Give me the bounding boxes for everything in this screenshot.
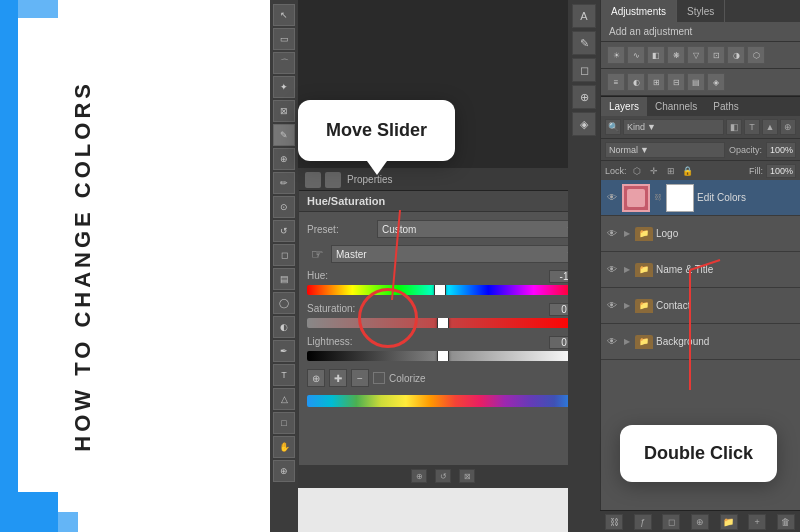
adj-icon-threshold[interactable]: ⊟ — [667, 73, 685, 91]
layer-row-background[interactable]: 👁 ▶ 📁 Background — [601, 324, 800, 360]
tool-move[interactable]: ↖ — [273, 4, 295, 26]
adj-icon-exposure[interactable]: ◧ — [647, 46, 665, 64]
search-icon[interactable]: 🔍 — [605, 119, 621, 135]
tool-clone[interactable]: ⊙ — [273, 196, 295, 218]
channel-select[interactable]: Master ▼ — [331, 245, 579, 263]
layer-row-edit-colors[interactable]: 👁 ⛓ Edit Colors — [601, 180, 800, 216]
layer-more-icon[interactable]: ⊕ — [780, 119, 796, 135]
layers-link-btn[interactable]: ⛓ — [605, 514, 623, 530]
colorize-label: Colorize — [389, 373, 426, 384]
lock-artboard-icon[interactable]: ⊞ — [664, 164, 678, 178]
lightness-label: Lightness: — [307, 336, 353, 349]
tool-eraser[interactable]: ◻ — [273, 244, 295, 266]
tool-select[interactable]: ▭ — [273, 28, 295, 50]
eyedropper-btn2[interactable]: ✚ — [329, 369, 347, 387]
rt-btn4[interactable]: ⊕ — [572, 85, 596, 109]
expand-contact[interactable]: ▶ — [622, 301, 632, 311]
layer-row-name-title[interactable]: 👁 ▶ 📁 Name & Title — [601, 252, 800, 288]
tool-eyedropper[interactable]: ✎ — [273, 124, 295, 146]
left-toolbar: ↖ ▭ ⌒ ✦ ⊠ ✎ ⊕ ✏ ⊙ ↺ ◻ ▤ ◯ ◐ ✒ T △ □ ✋ ⊕ — [270, 0, 298, 532]
tool-brush[interactable]: ✏ — [273, 172, 295, 194]
eye-icon-logo[interactable]: 👁 — [605, 227, 619, 241]
tab-channels[interactable]: Channels — [647, 97, 705, 116]
rt-btn5[interactable]: ◈ — [572, 112, 596, 136]
rt-btn1[interactable]: A — [572, 4, 596, 28]
tool-path[interactable]: △ — [273, 388, 295, 410]
rt-btn2[interactable]: ✎ — [572, 31, 596, 55]
tool-blur[interactable]: ◯ — [273, 292, 295, 314]
blend-mode-select[interactable]: Normal ▼ — [605, 142, 725, 158]
hue-track[interactable] — [307, 285, 579, 295]
tool-shape[interactable]: □ — [273, 412, 295, 434]
tool-wand[interactable]: ✦ — [273, 76, 295, 98]
tool-gradient[interactable]: ▤ — [273, 268, 295, 290]
expand-logo[interactable]: ▶ — [622, 229, 632, 239]
tool-heal[interactable]: ⊕ — [273, 148, 295, 170]
saturation-track[interactable] — [307, 318, 579, 328]
lock-all-icon[interactable]: 🔒 — [681, 164, 695, 178]
layer-row-contact[interactable]: 👁 ▶ 📁 Contact — [601, 288, 800, 324]
adj-icon-invert[interactable]: ◐ — [627, 73, 645, 91]
tab-adjustments[interactable]: Adjustments — [601, 0, 677, 22]
adj-icon-photo[interactable]: ⬡ — [747, 46, 765, 64]
eyedropper-btn1[interactable]: ⊕ — [307, 369, 325, 387]
footer-btn1[interactable]: ⊕ — [411, 469, 427, 483]
lock-pixels-icon[interactable]: ⬡ — [630, 164, 644, 178]
tool-crop[interactable]: ⊠ — [273, 100, 295, 122]
tool-pen[interactable]: ✒ — [273, 340, 295, 362]
layers-new-btn[interactable]: + — [748, 514, 766, 530]
layer-shape-icon[interactable]: ▲ — [762, 119, 778, 135]
layers-adj-btn[interactable]: ⊕ — [691, 514, 709, 530]
kind-select[interactable]: Kind ▼ — [623, 119, 724, 135]
footer-btn3[interactable]: ⊠ — [459, 469, 475, 483]
adj-icon-brightness[interactable]: ☀ — [607, 46, 625, 64]
fill-value[interactable]: 100% — [766, 164, 796, 178]
colorize-checkbox[interactable] — [373, 372, 385, 384]
adj-icon-channel[interactable]: ≡ — [607, 73, 625, 91]
adj-icon-colorbalance[interactable]: ⊡ — [707, 46, 725, 64]
layers-mask-btn[interactable]: ◻ — [662, 514, 680, 530]
layer-adj-icon[interactable]: T — [744, 119, 760, 135]
adj-icon-posterize[interactable]: ⊞ — [647, 73, 665, 91]
footer-btn2[interactable]: ↺ — [435, 469, 451, 483]
adj-icon-selective[interactable]: ◈ — [707, 73, 725, 91]
adj-icon-vibrance[interactable]: ❋ — [667, 46, 685, 64]
props-tab-icon1[interactable] — [305, 172, 321, 188]
adj-icon-curves[interactable]: ∿ — [627, 46, 645, 64]
tool-history[interactable]: ↺ — [273, 220, 295, 242]
tool-type[interactable]: T — [273, 364, 295, 386]
tool-dodge[interactable]: ◐ — [273, 316, 295, 338]
lightness-track[interactable] — [307, 351, 579, 361]
lightness-thumb[interactable] — [437, 351, 449, 361]
adj-icon-bw[interactable]: ◑ — [727, 46, 745, 64]
tool-hand[interactable]: ✋ — [273, 436, 295, 458]
layer-row-logo[interactable]: 👁 ▶ 📁 Logo — [601, 216, 800, 252]
preset-select[interactable]: Custom ▼ — [377, 220, 579, 238]
layer-chain-edit: ⛓ — [653, 193, 663, 203]
tool-zoom[interactable]: ⊕ — [273, 460, 295, 482]
expand-background[interactable]: ▶ — [622, 337, 632, 347]
layers-style-btn[interactable]: ƒ — [634, 514, 652, 530]
tab-styles[interactable]: Styles — [677, 0, 725, 22]
channel-value: Master — [336, 249, 367, 260]
tab-layers[interactable]: Layers — [601, 97, 647, 116]
props-tab-icon2[interactable] — [325, 172, 341, 188]
layer-type-icon[interactable]: ◧ — [726, 119, 742, 135]
adj-icon-hsl[interactable]: ▽ — [687, 46, 705, 64]
eyedropper-btn3[interactable]: − — [351, 369, 369, 387]
tool-lasso[interactable]: ⌒ — [273, 52, 295, 74]
layers-delete-btn[interactable]: 🗑 — [777, 514, 795, 530]
adj-icon-gradient[interactable]: ▤ — [687, 73, 705, 91]
eye-icon-contact[interactable]: 👁 — [605, 299, 619, 313]
opacity-input[interactable]: 100% — [766, 142, 796, 158]
hue-thumb[interactable] — [434, 285, 446, 295]
rt-btn3[interactable]: ◻ — [572, 58, 596, 82]
eye-icon-name-title[interactable]: 👁 — [605, 263, 619, 277]
layers-group-btn[interactable]: 📁 — [720, 514, 738, 530]
saturation-thumb[interactable] — [437, 318, 449, 328]
eye-icon-background[interactable]: 👁 — [605, 335, 619, 349]
expand-name-title[interactable]: ▶ — [622, 265, 632, 275]
eye-icon-edit-colors[interactable]: 👁 — [605, 191, 619, 205]
lock-move-icon[interactable]: ✛ — [647, 164, 661, 178]
tab-paths[interactable]: Paths — [705, 97, 747, 116]
